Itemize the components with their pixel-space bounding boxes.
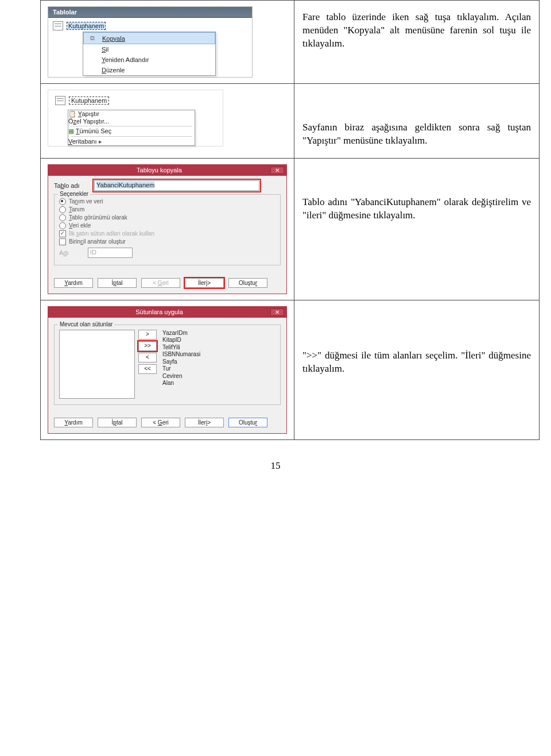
chk-first-row: İlk satırı sütun adları olarak kullan [59,230,276,237]
dialog-title: Tabloyu kopyala [48,167,270,173]
page-number: 15 [0,460,551,472]
selected-columns-list[interactable]: YazarIDm KitapID TelifYili ISBNNumarasi … [160,330,203,387]
tree-item-kutuphanem[interactable]: Kutuphanem [67,22,106,30]
screenshot-paste-menu: Kutuphanem 📋 Yapıştır Özel Yapıştır... ▦… [48,90,223,146]
menu-label: Veritabanı [68,138,97,145]
menu-item-copy[interactable]: ⧉ Kopyala [83,32,215,44]
create-button[interactable]: Oluştur [228,278,267,288]
menu-item-edit[interactable]: Düzenle [83,65,215,75]
menu-label: Sil [102,46,108,53]
label-name: Adı [59,249,82,256]
opt-append[interactable]: Veri ekle [59,222,276,229]
next-button[interactable]: İleri> [185,418,224,427]
options-group: Seçenekler Tanım ve veri Tanım Tablo gör… [54,194,281,265]
close-button[interactable]: ✕ [270,308,284,316]
help-button[interactable]: Yardım [54,418,93,427]
help-button[interactable]: Yardım [54,278,93,288]
table-icon [53,21,63,30]
opt-view[interactable]: Tablo görünümü olarak [59,214,276,221]
back-button[interactable]: < Geri [141,418,180,427]
dialog-apply-columns: Sütunlara uygula ✕ Mevcut olan sütunlar … [48,306,287,434]
context-menu: ⧉ Kopyala Sil Yeniden Adlandır Düzenle [83,32,216,76]
create-button[interactable]: Oluştur [228,418,267,427]
copy-icon: ⧉ [87,34,98,42]
context-menu: 📋 Yapıştır Özel Yapıştır... ▦ Tümünü Seç… [68,110,195,146]
paste-icon: 📋 [68,110,76,117]
label-table-name: Tablo adı [54,182,88,189]
menu-label: Kopyala [102,35,125,42]
back-button: < Geri [141,278,180,288]
menu-label: Yeniden Adlandır [102,56,149,63]
opt-def-and-data[interactable]: Tanım ve veri [59,198,276,205]
cancel-button[interactable]: İptal [98,278,137,288]
screenshot-tablolar-context: Tablolar Kutuphanem ⧉ Kopyala Sil Yenide… [48,6,253,78]
cancel-button[interactable]: İptal [98,418,137,427]
menu-item-select-all[interactable]: ▦ Tümünü Seç [68,128,195,135]
menu-label: Tümünü Seç [76,128,111,134]
submenu-arrow-icon: ▸ [99,138,106,145]
move-all-left-button[interactable]: << [138,364,157,374]
opt-def[interactable]: Tanım [59,206,276,213]
dialog-title: Sütunlara uygula [48,308,270,315]
instruction-text: Tablo adını "YabanciKutuphanem" olarak d… [301,164,532,227]
selectall-icon: ▦ [68,128,74,134]
pk-name-field: ID [88,248,133,258]
move-one-right-button[interactable]: > [138,330,157,340]
menu-item-paste-special[interactable]: Özel Yapıştır... [68,118,195,125]
move-all-right-button[interactable]: >> [138,341,157,351]
panel-header: Tablolar [48,7,252,18]
instruction-text: ">>" düğmesi ile tüm alanları seçelim. "… [301,306,532,380]
menu-label: Düzenle [102,67,125,74]
dialog-copy-table: Tabloyu kopyala ✕ Tablo adı YabanciKutup… [48,164,287,294]
available-columns-list[interactable] [59,330,135,399]
close-button[interactable]: ✕ [270,167,284,174]
instruction-text: Fare tablo üzerinde iken sağ tuşa tıklay… [301,6,532,55]
move-one-left-button[interactable]: < [138,353,157,362]
menu-label: Özel Yapıştır... [68,118,109,125]
menu-item-database[interactable]: Veritabanı ▸ [68,138,195,145]
menu-item-paste[interactable]: 📋 Yapıştır [68,110,195,118]
menu-item-delete[interactable]: Sil [83,44,215,55]
instruction-text: Sayfanın biraz aşağısına geldikten sonra… [301,90,532,152]
menu-label: Yapıştır [78,110,99,117]
menu-item-rename[interactable]: Yeniden Adlandır [83,55,215,65]
next-button[interactable]: İleri> [185,278,224,288]
columns-group: Mevcut olan sütunlar > >> < << YazarIDm … [54,325,281,405]
table-name-field[interactable]: YabanciKutuphanem [94,180,259,191]
tree-item-kutuphanem[interactable]: Kutuphanem [69,97,109,105]
chk-primary-key[interactable]: Birincil anahtar oluştur [59,238,276,245]
table-icon [55,96,65,105]
